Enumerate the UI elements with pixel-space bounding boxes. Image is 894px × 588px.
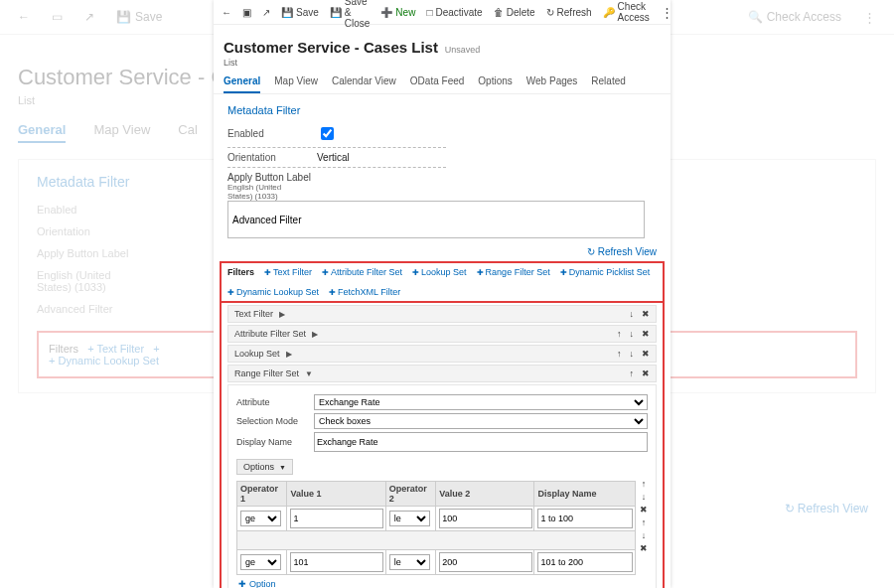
apply-button-label-heading: Apply Button Label [227, 172, 657, 183]
remove-icon[interactable]: ✖ [642, 309, 650, 319]
delete-button[interactable]: 🗑Delete [494, 7, 535, 18]
bg-form-icon: ▭ [52, 10, 63, 24]
apply-button-label-input[interactable] [227, 201, 645, 238]
move-down-icon[interactable]: ↓ [630, 329, 635, 339]
bg-tab-cal: Cal [178, 122, 198, 143]
bg-check: 🔍 Check Access [748, 10, 841, 24]
range-options-table: Operator 1 Value 1 Operator 2 Value 2 Di… [236, 481, 636, 575]
row-move-up-icon[interactable]: ↑ [642, 479, 647, 489]
refresh-view-link[interactable]: Refresh View [214, 242, 670, 261]
add-attribute-filter-set[interactable]: Attribute Filter Set [322, 267, 402, 277]
dn-input[interactable] [537, 509, 633, 528]
v1-input[interactable] [290, 552, 383, 572]
add-dynamic-picklist-set[interactable]: Dynamic Picklist Set [560, 267, 651, 277]
add-fetchxml-filter[interactable]: FetchXML Filter [329, 287, 400, 297]
table-row[interactable]: ge le [237, 550, 636, 575]
display-name-label: Display Name [236, 437, 314, 447]
filter-row-label: Text Filter [234, 309, 273, 319]
tabstrip: General Map View Calendar View OData Fee… [214, 70, 670, 94]
filter-row-label: Range Filter Set [234, 368, 299, 378]
bg-add-text-filter: + Text Filter [87, 343, 144, 355]
popout-icon[interactable]: ↗ [262, 7, 270, 18]
tab-options[interactable]: Options [478, 75, 512, 93]
filters-label: Filters [227, 267, 254, 277]
op2-select[interactable]: le [389, 554, 430, 570]
tab-calendar-view[interactable]: Calendar View [332, 75, 396, 93]
op1-select[interactable]: ge [240, 554, 281, 570]
filter-row-text: Text Filter▶ ↓✖ [227, 305, 657, 323]
filters-header: Filters Text Filter Attribute Filter Set… [222, 263, 663, 303]
save-close-button[interactable]: 💾Save & Close [330, 0, 371, 29]
selection-mode-label: Selection Mode [236, 416, 314, 426]
more-commands-button[interactable]: ⋮ [661, 5, 670, 20]
refresh-button[interactable]: ↻Refresh [546, 7, 592, 18]
display-name-input[interactable] [314, 432, 648, 452]
row-remove-icon[interactable]: ✖ [640, 505, 648, 514]
form-icon[interactable]: ▣ [242, 7, 251, 18]
options-dropdown[interactable]: Options [236, 459, 293, 475]
row-move-down-icon[interactable]: ↓ [642, 530, 647, 540]
filters-box: Filters Text Filter Attribute Filter Set… [220, 261, 665, 588]
filter-row-lookup: Lookup Set▶ ↑↓✖ [227, 345, 657, 363]
v2-input[interactable] [439, 552, 532, 572]
bg-refresh-view: ↻ Refresh View [785, 502, 869, 515]
tab-general[interactable]: General [224, 75, 260, 93]
remove-icon[interactable]: ✖ [642, 349, 650, 359]
op2-select[interactable]: le [389, 511, 430, 526]
col-op1: Operator 1 [237, 482, 287, 507]
add-text-filter[interactable]: Text Filter [264, 267, 312, 277]
bg-tab-general: General [18, 122, 66, 143]
v1-input[interactable] [290, 509, 383, 528]
dn-input[interactable] [537, 552, 633, 572]
remove-icon[interactable]: ✖ [642, 368, 650, 378]
collapse-icon[interactable]: ▼ [305, 369, 313, 378]
tab-related[interactable]: Related [591, 75, 625, 93]
deactivate-button[interactable]: □Deactivate [426, 7, 482, 18]
v2-input[interactable] [439, 509, 532, 528]
add-range-filter-set[interactable]: Range Filter Set [477, 267, 550, 277]
row-move-down-icon[interactable]: ↓ [642, 492, 647, 502]
back-button[interactable]: ← [222, 7, 231, 18]
expand-icon[interactable]: ▶ [279, 310, 285, 319]
range-filter-form: Attribute Exchange Rate Selection Mode C… [227, 384, 657, 588]
move-up-icon[interactable]: ↑ [630, 368, 635, 378]
apply-locale: English (United States) (1033) [227, 183, 657, 201]
save-button[interactable]: 💾Save [281, 7, 319, 18]
op1-select[interactable]: ge [240, 511, 281, 526]
orientation-label: Orientation [227, 152, 317, 163]
filter-row-label: Lookup Set [234, 349, 280, 359]
col-op2: Operator 2 [385, 482, 435, 507]
enabled-label: Enabled [227, 128, 317, 139]
expand-icon[interactable]: ▶ [312, 330, 318, 339]
remove-icon[interactable]: ✖ [642, 329, 650, 339]
orientation-value[interactable]: Vertical [317, 152, 350, 163]
enabled-checkbox[interactable] [321, 127, 334, 140]
move-up-icon[interactable]: ↑ [617, 349, 622, 359]
move-up-icon[interactable]: ↑ [617, 329, 622, 339]
filter-row-range: Range Filter Set▼ ↑✖ [227, 365, 657, 382]
unsaved-badge: Unsaved [445, 45, 481, 55]
row-move-up-icon[interactable]: ↑ [642, 517, 647, 527]
filter-row-attribute: Attribute Filter Set▶ ↑↓✖ [227, 325, 657, 343]
bg-save: 💾 Save [116, 10, 162, 24]
tab-web-pages[interactable]: Web Pages [526, 75, 578, 93]
table-row[interactable]: ge le [237, 507, 636, 531]
attribute-label: Attribute [236, 397, 314, 407]
add-lookup-set[interactable]: Lookup Set [412, 267, 467, 277]
tab-odata-feed[interactable]: OData Feed [410, 75, 464, 93]
expand-icon[interactable]: ▶ [286, 350, 292, 359]
new-button[interactable]: ➕New [380, 7, 415, 18]
move-down-icon[interactable]: ↓ [630, 309, 635, 319]
bg-popout-icon: ↗ [84, 10, 94, 24]
check-access-button[interactable]: 🔑Check Access [603, 1, 650, 23]
bg-more: ⋮ [863, 10, 876, 25]
row-remove-icon[interactable]: ✖ [640, 543, 648, 553]
add-option-button[interactable]: Option [236, 575, 648, 588]
col-dn: Display Name [534, 482, 636, 507]
page-title: Customer Service - Cases List [224, 39, 438, 56]
tab-map-view[interactable]: Map View [274, 75, 318, 93]
move-down-icon[interactable]: ↓ [630, 349, 635, 359]
add-dynamic-lookup-set[interactable]: Dynamic Lookup Set [227, 287, 319, 297]
selection-mode-select[interactable]: Check boxes [314, 413, 648, 429]
attribute-select[interactable]: Exchange Rate [314, 394, 648, 410]
